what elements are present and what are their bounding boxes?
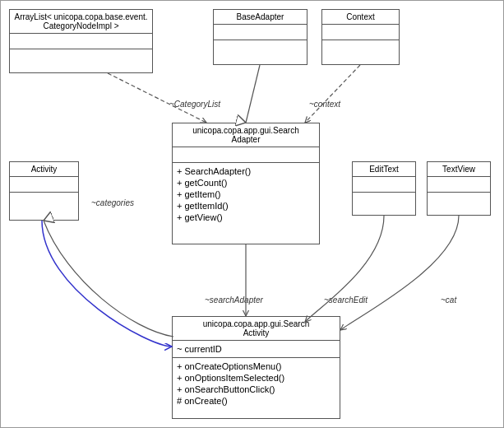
baseadapter-title: BaseAdapter bbox=[214, 10, 307, 25]
svg-line-3 bbox=[108, 73, 206, 123]
context-attrs bbox=[322, 25, 399, 40]
diagram: ArrayList< unicopa.copa.base.event.Categ… bbox=[1, 1, 504, 428]
attr-currentid: ~ currentID bbox=[177, 343, 335, 355]
edittext-box: EditText bbox=[352, 161, 416, 216]
activity-title: Activity bbox=[10, 162, 78, 177]
arraylist-attrs bbox=[10, 34, 152, 49]
searchadapter-methods: + SearchAdapter() + getCount() + getItem… bbox=[173, 163, 319, 226]
baseadapter-box: BaseAdapter bbox=[213, 9, 307, 65]
svg-line-4 bbox=[305, 65, 360, 123]
sa-method-2: + onOptionsItemSelected() bbox=[177, 372, 335, 384]
context-title: Context bbox=[322, 10, 399, 25]
arraylist-title: ArrayList< unicopa.copa.base.event.Categ… bbox=[10, 10, 152, 34]
arraylist-methods bbox=[10, 49, 152, 64]
context-box: Context bbox=[321, 9, 400, 65]
sa-method-4: # onCreate() bbox=[177, 395, 335, 407]
textview-methods bbox=[428, 193, 490, 207]
searchadapter-box: unicopa.copa.app.gui.SearchAdapter + Sea… bbox=[172, 123, 320, 244]
label-searchadapter: ~searchAdapter bbox=[205, 295, 263, 305]
label-searchedit: ~searchEdit bbox=[324, 295, 368, 305]
searchactivity-title: unicopa.copa.app.gui.SearchActivity bbox=[173, 317, 340, 341]
searchadapter-title: unicopa.copa.app.gui.SearchAdapter bbox=[173, 123, 319, 147]
context-methods bbox=[322, 40, 399, 55]
textview-box: TextView bbox=[427, 161, 491, 216]
searchadapter-attrs bbox=[173, 147, 319, 163]
method-3: + getItem() bbox=[177, 188, 315, 200]
label-cat: ~cat bbox=[441, 295, 456, 305]
activity-box: Activity bbox=[9, 161, 79, 221]
sa-method-3: + onSearchButtonClick() bbox=[177, 384, 335, 395]
method-5: + getView() bbox=[177, 212, 315, 223]
searchactivity-attrs: ~ currentID bbox=[173, 341, 340, 358]
activity-attrs bbox=[10, 177, 78, 193]
edittext-methods bbox=[353, 193, 415, 207]
svg-line-2 bbox=[246, 65, 260, 123]
edittext-attrs bbox=[353, 177, 415, 193]
label-categorylist: ~CategoryList bbox=[169, 100, 220, 109]
searchactivity-box: unicopa.copa.app.gui.SearchActivity ~ cu… bbox=[172, 316, 340, 419]
sa-method-1: + onCreateOptionsMenu() bbox=[177, 361, 335, 372]
textview-title: TextView bbox=[428, 162, 490, 177]
activity-methods bbox=[10, 193, 78, 207]
searchactivity-methods: + onCreateOptionsMenu() + onOptionsItemS… bbox=[173, 358, 340, 409]
edittext-title: EditText bbox=[353, 162, 415, 177]
baseadapter-attrs bbox=[214, 25, 307, 40]
baseadapter-methods bbox=[214, 40, 307, 55]
label-context: ~context bbox=[309, 100, 340, 109]
textview-attrs bbox=[428, 177, 490, 193]
method-1: + SearchAdapter() bbox=[177, 165, 315, 177]
label-categories: ~categories bbox=[91, 198, 134, 207]
method-2: + getCount() bbox=[177, 177, 315, 188]
method-4: + getItemId() bbox=[177, 200, 315, 212]
arraylist-box: ArrayList< unicopa.copa.base.event.Categ… bbox=[9, 9, 153, 73]
